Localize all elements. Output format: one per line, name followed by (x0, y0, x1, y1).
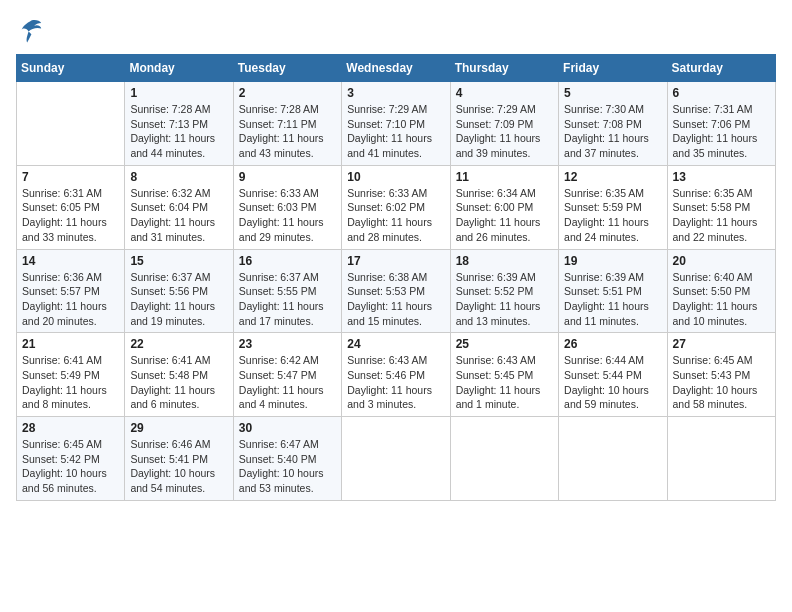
day-info: Sunrise: 6:40 AM Sunset: 5:50 PM Dayligh… (673, 270, 770, 329)
calendar-cell: 14Sunrise: 6:36 AM Sunset: 5:57 PM Dayli… (17, 249, 125, 333)
day-number: 26 (564, 337, 661, 351)
day-number: 13 (673, 170, 770, 184)
calendar-cell: 27Sunrise: 6:45 AM Sunset: 5:43 PM Dayli… (667, 333, 775, 417)
calendar-cell: 30Sunrise: 6:47 AM Sunset: 5:40 PM Dayli… (233, 417, 341, 501)
day-info: Sunrise: 6:41 AM Sunset: 5:49 PM Dayligh… (22, 353, 119, 412)
day-number: 17 (347, 254, 444, 268)
day-of-week-header: Sunday (17, 55, 125, 82)
calendar-cell: 3Sunrise: 7:29 AM Sunset: 7:10 PM Daylig… (342, 82, 450, 166)
day-info: Sunrise: 6:38 AM Sunset: 5:53 PM Dayligh… (347, 270, 444, 329)
day-number: 12 (564, 170, 661, 184)
calendar-cell (450, 417, 558, 501)
day-info: Sunrise: 6:42 AM Sunset: 5:47 PM Dayligh… (239, 353, 336, 412)
calendar-cell: 5Sunrise: 7:30 AM Sunset: 7:08 PM Daylig… (559, 82, 667, 166)
calendar-table: SundayMondayTuesdayWednesdayThursdayFrid… (16, 54, 776, 501)
day-info: Sunrise: 6:45 AM Sunset: 5:42 PM Dayligh… (22, 437, 119, 496)
day-number: 4 (456, 86, 553, 100)
day-number: 2 (239, 86, 336, 100)
day-number: 24 (347, 337, 444, 351)
calendar-cell (667, 417, 775, 501)
calendar-cell: 29Sunrise: 6:46 AM Sunset: 5:41 PM Dayli… (125, 417, 233, 501)
calendar-cell: 2Sunrise: 7:28 AM Sunset: 7:11 PM Daylig… (233, 82, 341, 166)
calendar-cell: 11Sunrise: 6:34 AM Sunset: 6:00 PM Dayli… (450, 165, 558, 249)
day-of-week-header: Saturday (667, 55, 775, 82)
day-number: 14 (22, 254, 119, 268)
day-info: Sunrise: 6:37 AM Sunset: 5:56 PM Dayligh… (130, 270, 227, 329)
day-number: 20 (673, 254, 770, 268)
day-number: 1 (130, 86, 227, 100)
day-info: Sunrise: 7:29 AM Sunset: 7:10 PM Dayligh… (347, 102, 444, 161)
day-number: 23 (239, 337, 336, 351)
day-number: 18 (456, 254, 553, 268)
day-info: Sunrise: 6:31 AM Sunset: 6:05 PM Dayligh… (22, 186, 119, 245)
day-number: 6 (673, 86, 770, 100)
calendar-cell: 17Sunrise: 6:38 AM Sunset: 5:53 PM Dayli… (342, 249, 450, 333)
day-of-week-header: Friday (559, 55, 667, 82)
calendar-cell: 7Sunrise: 6:31 AM Sunset: 6:05 PM Daylig… (17, 165, 125, 249)
calendar-cell (342, 417, 450, 501)
calendar-cell: 19Sunrise: 6:39 AM Sunset: 5:51 PM Dayli… (559, 249, 667, 333)
calendar-cell: 10Sunrise: 6:33 AM Sunset: 6:02 PM Dayli… (342, 165, 450, 249)
day-number: 3 (347, 86, 444, 100)
day-number: 19 (564, 254, 661, 268)
day-info: Sunrise: 6:34 AM Sunset: 6:00 PM Dayligh… (456, 186, 553, 245)
day-of-week-header: Wednesday (342, 55, 450, 82)
day-info: Sunrise: 7:30 AM Sunset: 7:08 PM Dayligh… (564, 102, 661, 161)
calendar-week-row: 1Sunrise: 7:28 AM Sunset: 7:13 PM Daylig… (17, 82, 776, 166)
calendar-body: 1Sunrise: 7:28 AM Sunset: 7:13 PM Daylig… (17, 82, 776, 501)
day-info: Sunrise: 6:33 AM Sunset: 6:02 PM Dayligh… (347, 186, 444, 245)
logo-icon (16, 16, 44, 44)
day-info: Sunrise: 7:28 AM Sunset: 7:13 PM Dayligh… (130, 102, 227, 161)
day-info: Sunrise: 7:29 AM Sunset: 7:09 PM Dayligh… (456, 102, 553, 161)
day-info: Sunrise: 6:35 AM Sunset: 5:59 PM Dayligh… (564, 186, 661, 245)
page-header (16, 16, 776, 44)
day-number: 25 (456, 337, 553, 351)
day-of-week-header: Monday (125, 55, 233, 82)
calendar-cell: 25Sunrise: 6:43 AM Sunset: 5:45 PM Dayli… (450, 333, 558, 417)
day-info: Sunrise: 7:31 AM Sunset: 7:06 PM Dayligh… (673, 102, 770, 161)
calendar-cell: 22Sunrise: 6:41 AM Sunset: 5:48 PM Dayli… (125, 333, 233, 417)
calendar-cell: 13Sunrise: 6:35 AM Sunset: 5:58 PM Dayli… (667, 165, 775, 249)
calendar-cell: 15Sunrise: 6:37 AM Sunset: 5:56 PM Dayli… (125, 249, 233, 333)
day-info: Sunrise: 7:28 AM Sunset: 7:11 PM Dayligh… (239, 102, 336, 161)
day-info: Sunrise: 6:45 AM Sunset: 5:43 PM Dayligh… (673, 353, 770, 412)
day-info: Sunrise: 6:35 AM Sunset: 5:58 PM Dayligh… (673, 186, 770, 245)
day-number: 5 (564, 86, 661, 100)
calendar-cell (559, 417, 667, 501)
day-of-week-header: Thursday (450, 55, 558, 82)
calendar-week-row: 28Sunrise: 6:45 AM Sunset: 5:42 PM Dayli… (17, 417, 776, 501)
day-info: Sunrise: 6:41 AM Sunset: 5:48 PM Dayligh… (130, 353, 227, 412)
day-info: Sunrise: 6:44 AM Sunset: 5:44 PM Dayligh… (564, 353, 661, 412)
day-info: Sunrise: 6:32 AM Sunset: 6:04 PM Dayligh… (130, 186, 227, 245)
day-number: 15 (130, 254, 227, 268)
calendar-cell: 23Sunrise: 6:42 AM Sunset: 5:47 PM Dayli… (233, 333, 341, 417)
calendar-cell (17, 82, 125, 166)
calendar-cell: 12Sunrise: 6:35 AM Sunset: 5:59 PM Dayli… (559, 165, 667, 249)
calendar-cell: 6Sunrise: 7:31 AM Sunset: 7:06 PM Daylig… (667, 82, 775, 166)
calendar-cell: 1Sunrise: 7:28 AM Sunset: 7:13 PM Daylig… (125, 82, 233, 166)
day-number: 16 (239, 254, 336, 268)
day-info: Sunrise: 6:43 AM Sunset: 5:45 PM Dayligh… (456, 353, 553, 412)
logo (16, 16, 48, 44)
day-number: 7 (22, 170, 119, 184)
day-number: 8 (130, 170, 227, 184)
day-number: 28 (22, 421, 119, 435)
header-row: SundayMondayTuesdayWednesdayThursdayFrid… (17, 55, 776, 82)
calendar-cell: 28Sunrise: 6:45 AM Sunset: 5:42 PM Dayli… (17, 417, 125, 501)
day-info: Sunrise: 6:46 AM Sunset: 5:41 PM Dayligh… (130, 437, 227, 496)
day-number: 29 (130, 421, 227, 435)
day-info: Sunrise: 6:36 AM Sunset: 5:57 PM Dayligh… (22, 270, 119, 329)
day-number: 27 (673, 337, 770, 351)
day-number: 11 (456, 170, 553, 184)
calendar-cell: 20Sunrise: 6:40 AM Sunset: 5:50 PM Dayli… (667, 249, 775, 333)
day-info: Sunrise: 6:43 AM Sunset: 5:46 PM Dayligh… (347, 353, 444, 412)
day-info: Sunrise: 6:47 AM Sunset: 5:40 PM Dayligh… (239, 437, 336, 496)
day-number: 9 (239, 170, 336, 184)
day-info: Sunrise: 6:33 AM Sunset: 6:03 PM Dayligh… (239, 186, 336, 245)
day-number: 21 (22, 337, 119, 351)
day-info: Sunrise: 6:39 AM Sunset: 5:52 PM Dayligh… (456, 270, 553, 329)
calendar-cell: 18Sunrise: 6:39 AM Sunset: 5:52 PM Dayli… (450, 249, 558, 333)
calendar-cell: 8Sunrise: 6:32 AM Sunset: 6:04 PM Daylig… (125, 165, 233, 249)
calendar-cell: 9Sunrise: 6:33 AM Sunset: 6:03 PM Daylig… (233, 165, 341, 249)
day-of-week-header: Tuesday (233, 55, 341, 82)
